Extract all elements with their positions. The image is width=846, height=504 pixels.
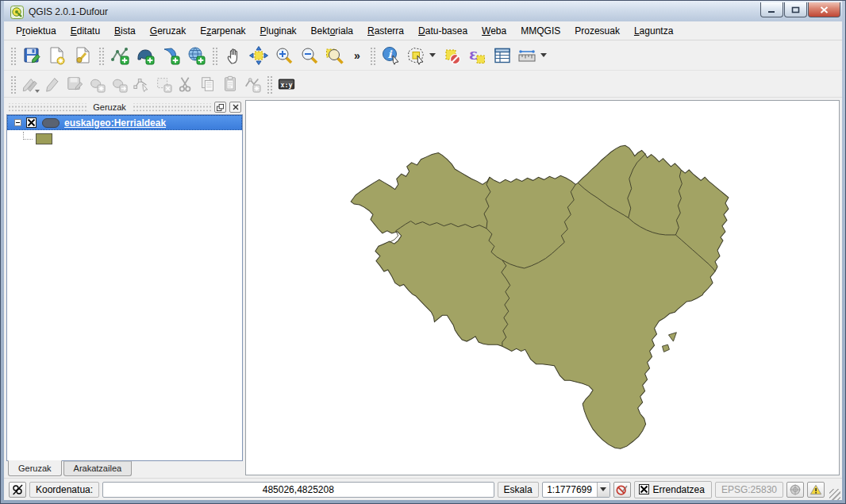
- menu-datu-basea[interactable]: Datu-basea: [411, 23, 475, 39]
- layers-panel-titlebar[interactable]: Geruzak: [6, 100, 243, 114]
- stop-render-button[interactable]: [613, 482, 631, 498]
- tab-geruzak[interactable]: Geruzak: [8, 460, 62, 476]
- chevron-down-icon[interactable]: [429, 53, 436, 57]
- toolbar-handle[interactable]: [10, 75, 17, 94]
- pan-map-button[interactable]: [221, 43, 246, 68]
- mouse-position-toggle-button[interactable]: [9, 482, 26, 498]
- maximize-button[interactable]: [784, 2, 807, 17]
- select-features-icon: [406, 46, 425, 65]
- qgis-window: QGIS 2.0.1-Dufour ProiektuaEditatuBistaG…: [0, 0, 846, 504]
- map-svg: [246, 101, 839, 475]
- close-button[interactable]: [808, 2, 840, 17]
- layer-visibility-checkbox[interactable]: [26, 117, 37, 128]
- toolbar-handle[interactable]: [98, 46, 105, 65]
- open-project-button[interactable]: [70, 43, 95, 68]
- menu-bar: ProiektuaEditatuBistaGeruzakEzarpenakPlu…: [4, 21, 842, 40]
- menu-bista[interactable]: Bista: [107, 23, 143, 39]
- simplify-feature-icon: [244, 75, 261, 93]
- measure-line-button[interactable]: [515, 43, 550, 68]
- coordinate-capture-button[interactable]: x:y: [275, 73, 298, 95]
- add-wms-layer-icon: [187, 46, 206, 65]
- menu-mmqgis[interactable]: MMQGIS: [513, 23, 567, 39]
- collapse-expander-icon[interactable]: [14, 119, 21, 126]
- panel-float-button[interactable]: [214, 102, 226, 113]
- toolbar-handle[interactable]: [266, 75, 273, 94]
- map-canvas-wrap: [243, 98, 842, 478]
- coordinate-field[interactable]: 485026,4825208: [102, 482, 494, 498]
- identify-features-icon: i: [382, 46, 401, 65]
- toolbar-main: »iε: [4, 40, 842, 71]
- open-attribute-table-button[interactable]: [490, 43, 515, 68]
- pan-map-icon: [224, 46, 243, 65]
- current-edits-button: [19, 73, 41, 95]
- layer-symbol-swatch[interactable]: [36, 133, 52, 144]
- layer-item[interactable]: euskalgeo:Herrialdeak: [7, 115, 242, 130]
- identify-features-button[interactable]: i: [379, 43, 404, 68]
- menu-bektoriala[interactable]: Bektoriala: [304, 23, 360, 39]
- menu-rasterra[interactable]: Rasterra: [360, 23, 411, 39]
- scale-label: Eskala: [498, 482, 539, 498]
- menu-geruzak[interactable]: Geruzak: [143, 23, 193, 39]
- add-feature-icon: [88, 75, 106, 93]
- pan-to-selection-button[interactable]: [246, 43, 271, 68]
- add-wfs-layer-button[interactable]: [158, 43, 183, 68]
- menu-proiektua[interactable]: Proiektua: [9, 23, 63, 39]
- panel-close-button[interactable]: [229, 102, 241, 113]
- add-vector-layer-button[interactable]: [107, 43, 133, 68]
- zoom-out-button[interactable]: [297, 43, 322, 68]
- add-feature-button: [86, 73, 108, 95]
- layer-symbology-row: [7, 130, 242, 148]
- scale-dropdown-button[interactable]: [597, 483, 610, 497]
- chevron-down-icon[interactable]: [540, 53, 547, 57]
- toolbar-overflow-button[interactable]: »: [348, 49, 367, 62]
- status-bar: Koordenatua: 485026,4825208 Eskala 1:177…: [4, 478, 842, 500]
- title-bar[interactable]: QGIS 2.0.1-Dufour: [4, 1, 842, 21]
- add-wfs-layer-icon: [161, 46, 180, 65]
- open-attribute-table-icon: [493, 46, 512, 65]
- scale-combo[interactable]: 1:1777699: [542, 482, 610, 498]
- select-by-expression-button[interactable]: ε: [464, 43, 490, 68]
- render-toggle[interactable]: Errendatzea: [634, 481, 712, 498]
- resize-grip[interactable]: [829, 489, 840, 500]
- crs-status-button[interactable]: [786, 482, 804, 498]
- add-postgis-layer-icon: [136, 46, 155, 65]
- toolbar-handle[interactable]: [10, 46, 17, 65]
- coordinate-capture-icon: x:y: [278, 75, 295, 93]
- toolbar-handle[interactable]: [369, 46, 376, 65]
- map-islands: [662, 333, 676, 352]
- window-title: QGIS 2.0.1-Dufour: [29, 6, 760, 17]
- select-features-button[interactable]: [404, 43, 439, 68]
- save-project-button[interactable]: [19, 43, 44, 68]
- stop-render-icon: [616, 483, 629, 496]
- paste-features-icon: [221, 75, 239, 93]
- menu-prozesuak[interactable]: Prozesuak: [567, 23, 627, 39]
- layer-tree[interactable]: euskalgeo:Herrialdeak: [6, 114, 243, 461]
- open-project-icon: [73, 46, 92, 65]
- deselect-features-button[interactable]: [439, 43, 464, 68]
- menu-editatu[interactable]: Editatu: [63, 23, 107, 39]
- toolbar-digitizing: x:y: [4, 71, 842, 98]
- toolbar-handle[interactable]: [211, 46, 218, 65]
- warning-icon: [809, 483, 822, 496]
- svg-text:ε: ε: [469, 46, 478, 63]
- layer-name[interactable]: euskalgeo:Herrialdeak: [64, 117, 166, 129]
- new-project-button[interactable]: [44, 43, 70, 68]
- scale-value: 1:1777699: [543, 484, 597, 495]
- zoom-in-button[interactable]: [271, 43, 297, 68]
- add-postgis-layer-button[interactable]: [133, 43, 158, 68]
- map-canvas[interactable]: [245, 100, 840, 475]
- message-log-button[interactable]: [807, 482, 825, 498]
- extents-toggle-icon: [11, 483, 24, 496]
- zoom-full-button[interactable]: [322, 43, 348, 68]
- menu-ezarpenak[interactable]: Ezarpenak: [193, 23, 252, 39]
- menu-pluginak[interactable]: Pluginak: [253, 23, 304, 39]
- render-checkbox[interactable]: [639, 484, 649, 494]
- menu-laguntza[interactable]: Laguntza: [627, 23, 680, 39]
- main-area: Geruzak euskalgeo:Herrialdeak Geruza: [4, 98, 842, 478]
- tab-arakatzailea[interactable]: Arakatzailea: [63, 461, 133, 476]
- cut-features-button: [175, 73, 197, 95]
- simplify-feature-button: [241, 73, 263, 95]
- add-wms-layer-button[interactable]: [183, 43, 209, 68]
- minimize-button[interactable]: [760, 2, 783, 17]
- menu-weba[interactable]: Weba: [475, 23, 513, 39]
